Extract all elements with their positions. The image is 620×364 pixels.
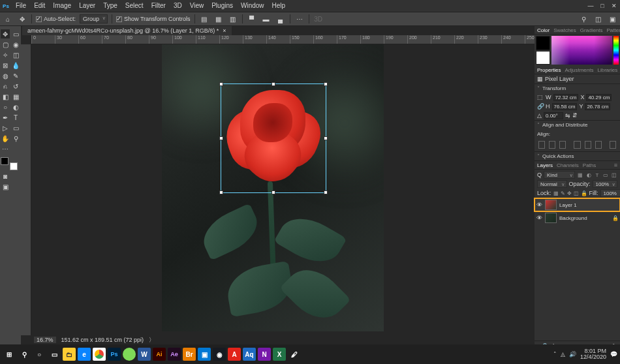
menu-type[interactable]: Type (99, 0, 121, 12)
blend-mode-dropdown[interactable]: Normal (537, 180, 567, 188)
auto-select-checkbox[interactable]: Auto-Select: (36, 16, 76, 22)
lock-position-icon[interactable]: ✥ (567, 190, 572, 196)
tab-patterns[interactable]: Patterns (607, 27, 621, 33)
link-wh-icon[interactable]: 🔗 (537, 103, 544, 110)
transform-section[interactable]: Transform (535, 83, 620, 93)
flip-v-icon[interactable]: ⇵ (572, 112, 578, 119)
dodge-tool[interactable]: ◐ (11, 102, 20, 112)
menu-image[interactable]: Image (49, 0, 75, 12)
artboard-tool[interactable]: ▭ (11, 29, 20, 38)
taskbar-chrome[interactable] (93, 348, 106, 361)
taskbar-cortana[interactable]: ○ (33, 348, 46, 361)
type-tool[interactable]: T (11, 113, 20, 122)
wand-tool[interactable]: ✧ (1, 50, 10, 59)
filter-shape-icon[interactable]: ▭ (602, 172, 609, 178)
tray-volume-icon[interactable]: 🔊 (569, 351, 576, 357)
align-top-icon[interactable]: ▀ (247, 14, 257, 24)
taskbar-acrobat[interactable]: A (228, 348, 241, 361)
taskbar-excel[interactable]: X (273, 348, 286, 361)
tab-gradients[interactable]: Gradients (580, 27, 603, 33)
tab-properties[interactable]: Properties (537, 67, 561, 73)
layer-row[interactable]: 👁Background🔒 (535, 211, 620, 224)
path-tool[interactable]: ▷ (1, 123, 10, 132)
menu-select[interactable]: Select (121, 0, 147, 12)
menu-window[interactable]: Window (237, 0, 268, 12)
align-bottom-btn[interactable] (595, 141, 602, 149)
width-field[interactable]: 72.32 cm (553, 94, 579, 101)
transform-handle-nw[interactable] (219, 82, 223, 86)
align-top-btn[interactable] (574, 141, 580, 149)
zoom-value[interactable]: 16.7% (34, 337, 56, 343)
angle-field[interactable]: 0.00° (544, 112, 563, 119)
transform-handle-ne[interactable] (324, 82, 328, 86)
move-tool[interactable]: ✥ (1, 29, 10, 38)
tray-network-icon[interactable]: ◬ (561, 351, 565, 357)
home-icon[interactable]: ⌂ (3, 14, 13, 24)
lock-pixels-icon[interactable]: ✎ (561, 190, 565, 196)
taskbar-search[interactable]: ⚲ (18, 348, 31, 361)
fill-field[interactable]: 100% (600, 189, 620, 197)
heal-tool[interactable]: ◍ (1, 71, 10, 80)
menu-layer[interactable]: Layer (75, 0, 99, 12)
pen-tool[interactable]: ✒ (1, 113, 10, 122)
menu-plugins[interactable]: Plugins (208, 0, 237, 12)
align-vcenter-btn[interactable] (585, 141, 591, 149)
align-right-icon[interactable]: ▥ (228, 14, 238, 24)
maximize-button[interactable]: □ (597, 1, 608, 10)
menu-edit[interactable]: Edit (30, 0, 49, 12)
3d-mode-icon[interactable]: 3D (313, 14, 324, 24)
color-spectrum[interactable] (551, 36, 612, 65)
menu-view[interactable]: View (186, 0, 208, 12)
panel-menu-icon[interactable]: ≡ (614, 162, 617, 168)
hue-slider[interactable] (613, 36, 619, 65)
transform-handle-e[interactable] (324, 136, 328, 140)
quickmask-tool[interactable]: ◙ (1, 172, 10, 181)
align-right-btn[interactable] (559, 141, 566, 149)
align-middle-icon[interactable]: ▬ (261, 14, 271, 24)
eyedropper-tool[interactable]: 💧 (11, 61, 20, 70)
tab-layers[interactable]: Layers (537, 162, 553, 168)
canvas[interactable] (31, 44, 535, 335)
tray-notifications-icon[interactable]: 💬 (610, 351, 617, 357)
filter-type-icon[interactable]: T (594, 172, 600, 178)
align-left-icon[interactable]: ▤ (199, 14, 209, 24)
crop-tool[interactable]: ◫ (11, 50, 20, 59)
visibility-icon[interactable]: 👁 (536, 202, 542, 208)
layer-filter-dropdown[interactable]: Kind (544, 171, 575, 179)
height-field[interactable]: 76.58 cm (552, 103, 578, 110)
blur-tool[interactable]: ○ (1, 102, 10, 112)
taskbar-app3[interactable]: Aq (243, 348, 256, 361)
align-left-btn[interactable] (538, 141, 545, 149)
filter-smart-icon[interactable]: ◫ (611, 172, 617, 178)
layer-row[interactable]: 👁Layer 1 (535, 198, 620, 211)
bg-swatch[interactable] (536, 51, 550, 65)
opacity-field[interactable]: 100% (593, 180, 617, 188)
taskbar-explorer[interactable]: 🗀 (63, 348, 76, 361)
tab-swatches[interactable]: Swatches (553, 27, 576, 33)
edit-toolbar[interactable]: ⋯ (1, 144, 10, 153)
menu-help[interactable]: Help (268, 0, 290, 12)
lasso-tool[interactable]: ◉ (11, 40, 20, 49)
brush-tool[interactable]: ✎ (11, 71, 20, 80)
marquee-tool[interactable]: ▢ (1, 40, 10, 49)
align-center-h-icon[interactable]: ▦ (213, 14, 224, 24)
screenmode-tool[interactable]: ▣ (1, 182, 10, 191)
gradient-tool[interactable]: ▦ (11, 92, 20, 101)
transform-handle-w[interactable] (219, 136, 223, 140)
transform-bounding-box[interactable] (221, 83, 326, 193)
tab-libraries[interactable]: Libraries (598, 67, 618, 73)
fg-bg-swap[interactable] (1, 157, 18, 170)
transform-handle-s[interactable] (271, 190, 275, 194)
show-transform-checkbox[interactable]: Show Transform Controls (116, 16, 191, 22)
lock-transparent-icon[interactable]: ▦ (553, 190, 559, 196)
close-button[interactable]: ✕ (608, 1, 620, 10)
transform-handle-sw[interactable] (219, 190, 223, 194)
zoom-tool[interactable]: ⚲ (11, 134, 20, 143)
tab-close-icon[interactable]: × (223, 27, 226, 34)
frame-tool[interactable]: ⊠ (1, 61, 10, 70)
taskbar-steam[interactable]: ◉ (213, 348, 226, 361)
distribute-icon[interactable]: ⋯ (294, 14, 305, 24)
tray-chevron-icon[interactable]: ˄ (553, 351, 557, 357)
tab-channels[interactable]: Channels (557, 162, 579, 168)
flip-h-icon[interactable]: ⇋ (565, 112, 570, 119)
